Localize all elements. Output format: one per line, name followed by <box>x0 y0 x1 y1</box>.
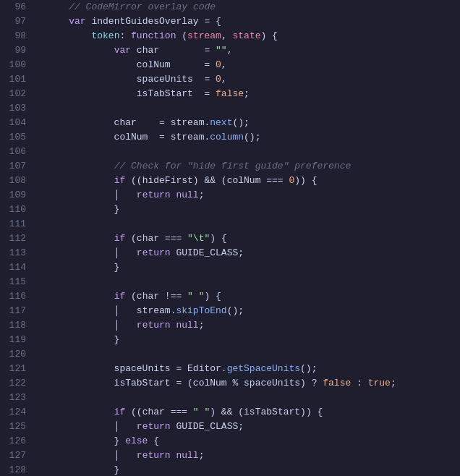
token-pl <box>46 30 91 41</box>
token-pl: } <box>46 435 125 446</box>
token-pl <box>46 291 114 302</box>
token-pl <box>46 16 69 27</box>
token-pl: ) && (isTabStart)) { <box>210 407 323 417</box>
token-pl <box>46 45 114 56</box>
token-pl: char = stream. <box>46 117 210 128</box>
code-line: } <box>46 260 460 275</box>
token-pl: ( <box>176 30 187 41</box>
code-line: │ return null; <box>46 318 460 333</box>
code-line <box>46 347 460 362</box>
token-prop: token <box>91 30 119 41</box>
code-line: var indentGuidesOverlay = { <box>46 14 460 29</box>
token-pl <box>46 320 114 331</box>
token-pl: , <box>221 59 227 70</box>
token-pl: , <box>227 45 233 56</box>
token-pl: colNum = stream. <box>46 132 210 143</box>
code-line: token: function (stream, state) { <box>46 29 460 43</box>
token-pl: │ stream. <box>114 305 176 316</box>
token-pl: isTabStart = (colNum % spaceUnits) ? <box>46 378 323 388</box>
line-number: 98 <box>0 29 26 43</box>
line-number: 105 <box>0 130 26 145</box>
code-line: } <box>46 463 460 476</box>
token-kw: null <box>176 320 198 331</box>
code-line: │ return null; <box>46 449 460 463</box>
code-line: isTabStart = false; <box>46 87 460 101</box>
line-number: 128 <box>0 463 26 476</box>
token-kw: var <box>114 45 131 56</box>
code-line <box>46 391 460 405</box>
token-pl: )) { <box>294 175 317 186</box>
line-number: 102 <box>0 87 26 101</box>
token-method: getSpaceUnits <box>227 363 300 374</box>
token-pl: ; <box>199 320 205 331</box>
token-num: 0 <box>216 59 221 70</box>
code-line: } <box>46 203 460 217</box>
code-line <box>46 275 460 289</box>
token-kw: function <box>131 30 176 41</box>
token-cm: // Check for "hide first guide" preferen… <box>114 161 352 171</box>
token-kw: null <box>176 450 198 461</box>
code-line: │ stream.skipToEnd(); <box>46 304 460 318</box>
token-bool: true <box>368 378 391 388</box>
token-pl: │ <box>114 320 137 331</box>
token-pl: │ <box>114 421 137 432</box>
token-str: "\t" <box>187 233 210 244</box>
token-bool: false <box>216 88 244 99</box>
token-param: stream <box>187 30 221 41</box>
token-pl: ; <box>244 88 250 99</box>
token-pl: GUIDE_CLASS; <box>171 247 244 258</box>
token-kw: return <box>137 450 171 461</box>
line-number: 116 <box>0 289 26 304</box>
code-line: colNum = 0, <box>46 58 460 72</box>
token-pl <box>46 161 114 171</box>
code-line: │ return GUIDE_CLASS; <box>46 420 460 434</box>
line-number: 124 <box>0 405 26 420</box>
line-number: 106 <box>0 145 26 159</box>
line-number: 109 <box>0 188 26 203</box>
code-line: var char = "", <box>46 43 460 58</box>
token-kw: null <box>176 190 198 200</box>
line-number: 101 <box>0 72 26 87</box>
token-pl: } <box>46 334 119 345</box>
code-editor: 9697989910010110210310410510610710810911… <box>0 0 460 476</box>
token-pl: indentGuidesOverlay = { <box>86 16 221 27</box>
line-number: 118 <box>0 318 26 333</box>
token-pl: colNum = <box>46 59 216 70</box>
line-number: 123 <box>0 391 26 405</box>
token-pl: │ <box>114 247 137 258</box>
token-kw: var <box>69 16 85 27</box>
token-pl: spaceUnits = <box>46 74 216 85</box>
token-kw: else <box>125 435 148 446</box>
code-line: // CodeMirror overlay code <box>46 0 460 14</box>
line-number-gutter: 9697989910010110210310410510610710810911… <box>0 0 35 476</box>
token-pl: ((hideFirst) && (colNum === <box>125 175 289 186</box>
token-pl: │ <box>114 450 137 461</box>
token-pl: , <box>221 30 233 41</box>
token-pl: (); <box>232 117 249 128</box>
code-line: char = stream.next(); <box>46 116 460 130</box>
token-kw: return <box>137 247 171 258</box>
line-number: 99 <box>0 43 26 58</box>
line-number: 104 <box>0 116 26 130</box>
line-number: 125 <box>0 420 26 434</box>
token-pl: spaceUnits = Editor. <box>46 363 227 374</box>
code-line: │ return GUIDE_CLASS; <box>46 246 460 260</box>
token-pl <box>46 421 114 432</box>
token-pl: (char !== <box>125 291 187 302</box>
token-cm: // CodeMirror overlay code <box>46 1 216 12</box>
line-number: 100 <box>0 58 26 72</box>
token-pl <box>46 407 114 417</box>
code-content[interactable]: // CodeMirror overlay code var indentGui… <box>35 0 460 476</box>
code-line <box>46 217 460 231</box>
code-line <box>46 145 460 159</box>
line-number: 110 <box>0 203 26 217</box>
code-line: spaceUnits = 0, <box>46 72 460 87</box>
token-pl: GUIDE_CLASS; <box>171 421 244 432</box>
token-method: next <box>210 117 232 128</box>
token-pl: ; <box>199 450 205 461</box>
code-line: if ((hideFirst) && (colNum === 0)) { <box>46 174 460 188</box>
token-kw: if <box>114 291 126 302</box>
token-pl: ((char === <box>125 407 193 417</box>
token-pl <box>46 305 114 316</box>
token-num: 0 <box>216 74 221 85</box>
